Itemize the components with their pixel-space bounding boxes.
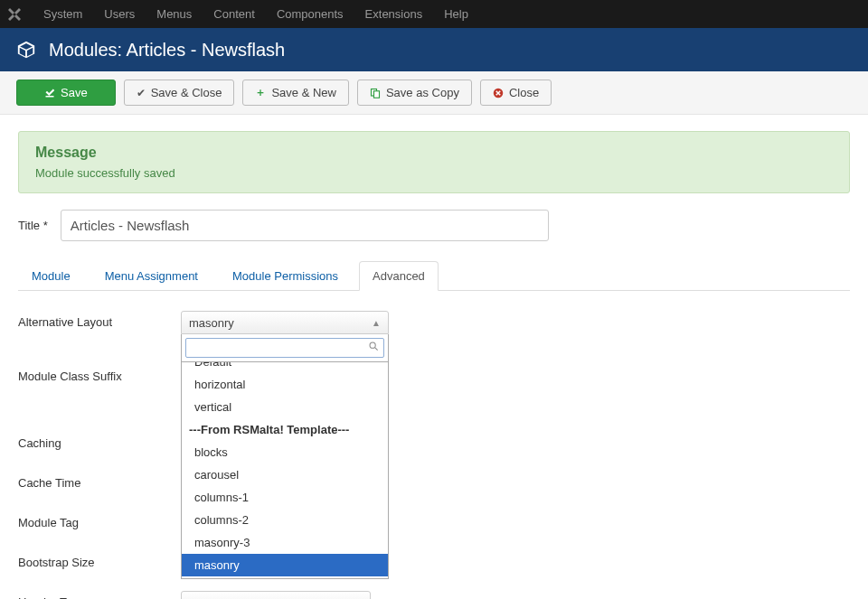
plus-icon: ＋ (255, 85, 266, 100)
tab-menu-assignment[interactable]: Menu Assignment (91, 261, 212, 290)
title-input[interactable] (61, 210, 549, 241)
dropdown-option[interactable]: columns-1 (182, 486, 388, 509)
label-module-class-suffix: Module Class Suffix (18, 365, 181, 383)
dropdown-selected[interactable]: masonry ▲ (181, 311, 389, 334)
label-bootstrap-size: Bootstrap Size (18, 551, 181, 569)
toolbar: Save ✔ Save & Close ＋ Save & New Save as… (0, 71, 868, 115)
search-icon (369, 342, 379, 351)
dropdown-search-container (181, 334, 389, 362)
nav-content[interactable]: Content (203, 7, 266, 21)
save-button[interactable]: Save (16, 80, 116, 106)
nav-system[interactable]: System (33, 7, 93, 21)
save-close-button[interactable]: ✔ Save & Close (124, 80, 235, 106)
label-header-tag: Header Tag (18, 591, 181, 599)
tab-advanced[interactable]: Advanced (359, 261, 439, 291)
tab-module-permissions[interactable]: Module Permissions (219, 261, 352, 290)
copy-icon (370, 88, 381, 98)
svg-rect-1 (373, 90, 379, 98)
apply-icon (44, 88, 55, 98)
alert-heading: Message (35, 145, 833, 161)
top-navbar: System Users Menus Content Components Ex… (0, 0, 868, 28)
success-message: Message Module successfully saved (18, 131, 850, 193)
dropdown-option[interactable]: horizontal (182, 373, 388, 396)
dropdown-option[interactable]: Default (182, 362, 388, 373)
save-copy-button[interactable]: Save as Copy (357, 80, 472, 106)
joomla-icon[interactable] (7, 7, 22, 22)
header-tag-select[interactable]: h3 ▼ (181, 591, 371, 599)
dropdown-option[interactable]: carousel (182, 463, 388, 486)
label-module-tag: Module Tag (18, 511, 181, 529)
row-caching: Caching (18, 432, 850, 450)
dropdown-option[interactable]: masonry (182, 554, 388, 576)
alternative-layout-dropdown[interactable]: masonry ▲ Defaulthorizontalvertical---Fr… (181, 311, 389, 579)
title-label: Title * (18, 219, 48, 232)
nav-menus[interactable]: Menus (146, 7, 203, 21)
dropdown-search-input[interactable] (185, 338, 384, 358)
label-caching: Caching (18, 432, 181, 450)
dropdown-option[interactable]: blocks (182, 441, 388, 463)
row-cache-time: Cache Time (18, 472, 850, 490)
nav-components[interactable]: Components (266, 7, 354, 21)
cube-icon (16, 40, 36, 60)
svg-line-4 (375, 348, 378, 351)
row-bootstrap-size: Bootstrap Size (18, 551, 850, 569)
page-title: Modules: Articles - Newsflash (49, 40, 285, 61)
dropdown-option[interactable]: masonry-3 (182, 531, 388, 554)
svg-point-3 (370, 342, 375, 348)
page-header: Modules: Articles - Newsflash (0, 28, 868, 71)
title-field-row: Title * (18, 210, 850, 241)
nav-extensions[interactable]: Extensions (354, 7, 434, 21)
chevron-up-icon: ▲ (372, 318, 381, 328)
dropdown-option-list[interactable]: Defaulthorizontalvertical---From RSMalta… (181, 362, 389, 579)
row-module-class-suffix: Module Class Suffix (18, 365, 850, 383)
label-alternative-layout: Alternative Layout (18, 311, 181, 329)
nav-help[interactable]: Help (433, 7, 479, 21)
row-module-tag: Module Tag (18, 511, 850, 529)
nav-users[interactable]: Users (93, 7, 146, 21)
tab-module[interactable]: Module (18, 261, 84, 290)
close-icon (493, 88, 504, 98)
dropdown-optgroup: ---From RSMalta! Template--- (182, 418, 388, 441)
close-button[interactable]: Close (480, 80, 552, 106)
save-new-button[interactable]: ＋ Save & New (242, 80, 349, 106)
check-icon: ✔ (137, 87, 146, 99)
tab-bar: Module Menu Assignment Module Permission… (18, 261, 850, 291)
row-alternative-layout: Alternative Layout masonry ▲ Defaulthori… (18, 311, 850, 329)
alert-text: Module successfully saved (35, 166, 833, 180)
dropdown-option[interactable]: vertical (182, 396, 388, 418)
label-cache-time: Cache Time (18, 472, 181, 490)
row-header-tag: Header Tag h3 ▼ (18, 591, 850, 599)
dropdown-option[interactable]: columns-2 (182, 509, 388, 531)
